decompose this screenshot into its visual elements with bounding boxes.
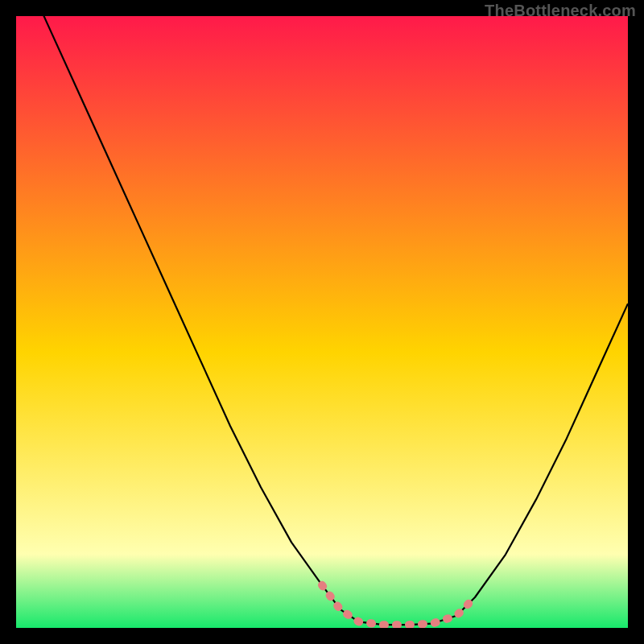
bottleneck-curve — [16, 16, 628, 625]
optimal-zone-curve — [322, 585, 475, 625]
watermark-text: TheBottleneck.com — [485, 2, 636, 20]
curve-layer — [16, 16, 628, 628]
plot-area — [16, 16, 628, 628]
chart-stage: TheBottleneck.com — [0, 0, 644, 644]
